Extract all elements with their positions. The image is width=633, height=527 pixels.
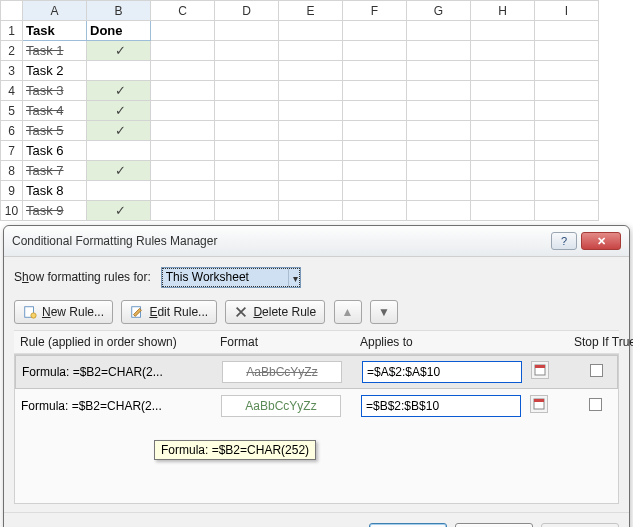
cell[interactable]: Task 6 — [23, 141, 87, 161]
row-header[interactable]: 7 — [1, 141, 23, 161]
show-rules-label: Show formatting rules for: — [14, 270, 151, 284]
cell[interactable]: Task 5 — [23, 121, 87, 141]
cell[interactable]: ✓ — [87, 81, 151, 101]
delete-rule-button[interactable]: Delete Rule — [225, 300, 325, 324]
help-button[interactable]: ? — [551, 232, 577, 250]
cell[interactable]: Task 4 — [23, 101, 87, 121]
range-picker-icon[interactable] — [530, 395, 548, 413]
applies-to-input[interactable]: =$B$2:$B$10 — [361, 395, 521, 417]
cell[interactable]: Task 9 — [23, 201, 87, 221]
move-down-button[interactable]: ▼ — [370, 300, 398, 324]
cell[interactable]: ✓ — [87, 121, 151, 141]
rules-header-row: Rule (applied in order shown) Format App… — [14, 330, 619, 354]
delete-rule-icon — [234, 305, 248, 319]
format-preview-strike: AaBbCcYyZz — [222, 361, 342, 383]
svg-point-1 — [31, 313, 36, 318]
svg-rect-4 — [535, 365, 545, 368]
range-picker-icon[interactable] — [531, 361, 549, 379]
cell[interactable] — [87, 141, 151, 161]
row-header[interactable]: 5 — [1, 101, 23, 121]
apply-button[interactable]: Apply — [541, 523, 619, 527]
row-header[interactable]: 8 — [1, 161, 23, 181]
row-header[interactable]: 4 — [1, 81, 23, 101]
rules-list: Formula: =$B2=CHAR(2... AaBbCcYyZz =$A$2… — [14, 354, 619, 504]
close-button[interactable]: Close — [455, 523, 533, 527]
col-header-F[interactable]: F — [343, 1, 407, 21]
rule-row[interactable]: Formula: =$B2=CHAR(2... AaBbCcYyZz =$A$2… — [15, 355, 618, 389]
stop-if-true-checkbox[interactable] — [589, 398, 602, 411]
row-header[interactable]: 3 — [1, 61, 23, 81]
format-preview-green: AaBbCcYyZz — [221, 395, 341, 417]
cell[interactable]: ✓ — [87, 101, 151, 121]
row-header[interactable]: 2 — [1, 41, 23, 61]
col-header-I[interactable]: I — [535, 1, 599, 21]
rule-label: Formula: =$B2=CHAR(2... — [22, 365, 222, 379]
hdr-stop: Stop If True — [560, 335, 633, 349]
col-header-H[interactable]: H — [471, 1, 535, 21]
row-header[interactable]: 6 — [1, 121, 23, 141]
col-header-A[interactable]: A — [23, 1, 87, 21]
stop-if-true-checkbox[interactable] — [590, 364, 603, 377]
select-all-corner[interactable] — [1, 1, 23, 21]
col-header-D[interactable]: D — [215, 1, 279, 21]
rule-tooltip: Formula: =$B2=CHAR(252) — [154, 440, 316, 460]
dialog-titlebar[interactable]: Conditional Formatting Rules Manager ? ✕ — [4, 226, 629, 257]
scope-combobox[interactable]: This Worksheet — [161, 267, 301, 288]
svg-rect-6 — [534, 399, 544, 402]
cell[interactable]: ✓ — [87, 41, 151, 61]
cell[interactable]: Task 1 — [23, 41, 87, 61]
hdr-applies: Applies to — [360, 335, 560, 349]
hdr-format: Format — [220, 335, 360, 349]
new-rule-button[interactable]: New Rule... — [14, 300, 113, 324]
rule-label: Formula: =$B2=CHAR(2... — [21, 399, 221, 413]
cell[interactable] — [87, 181, 151, 201]
cell[interactable]: ✓ — [87, 161, 151, 181]
edit-rule-icon — [130, 305, 144, 319]
cell[interactable]: Task 3 — [23, 81, 87, 101]
col-header-B[interactable]: B — [87, 1, 151, 21]
edit-rule-button[interactable]: Edit Rule... — [121, 300, 217, 324]
row-header[interactable]: 9 — [1, 181, 23, 201]
cell-A1[interactable]: Task — [23, 21, 87, 41]
row-header[interactable]: 1 — [1, 21, 23, 41]
ok-button[interactable]: OK — [369, 523, 447, 527]
conditional-formatting-dialog: Conditional Formatting Rules Manager ? ✕… — [3, 225, 630, 527]
cell-B1[interactable]: Done — [87, 21, 151, 41]
new-rule-icon — [23, 305, 37, 319]
rule-row[interactable]: Formula: =$B2=CHAR(2... AaBbCcYyZz =$B$2… — [15, 389, 618, 423]
close-x-button[interactable]: ✕ — [581, 232, 621, 250]
hdr-rule: Rule (applied in order shown) — [20, 335, 220, 349]
col-header-G[interactable]: G — [407, 1, 471, 21]
col-header-C[interactable]: C — [151, 1, 215, 21]
cell[interactable]: ✓ — [87, 201, 151, 221]
row-header[interactable]: 10 — [1, 201, 23, 221]
cell[interactable]: Task 2 — [23, 61, 87, 81]
cell[interactable] — [87, 61, 151, 81]
cell[interactable]: Task 7 — [23, 161, 87, 181]
dialog-title: Conditional Formatting Rules Manager — [12, 234, 217, 248]
spreadsheet[interactable]: A B C D E F G H I 1 Task Done 2 Task 1 ✓… — [0, 0, 599, 221]
applies-to-input[interactable]: =$A$2:$A$10 — [362, 361, 522, 383]
move-up-button[interactable]: ▲ — [334, 300, 362, 324]
col-header-E[interactable]: E — [279, 1, 343, 21]
cell[interactable]: Task 8 — [23, 181, 87, 201]
